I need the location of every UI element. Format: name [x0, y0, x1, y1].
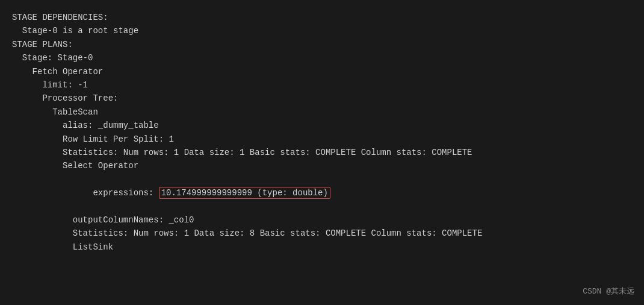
line-select-op: Select Operator: [12, 159, 632, 172]
watermark: CSDN @其未远: [583, 286, 634, 297]
line-fetch-op: Fetch Operator: [12, 65, 632, 78]
line-limit: limit: -1: [12, 78, 632, 92]
line-expressions: expressions: 10.174999999999999 (type: d…: [12, 173, 632, 213]
line-alias: alias: _dummy_table: [12, 119, 632, 132]
line-stage-deps: STAGE DEPENDENCIES:: [12, 11, 632, 24]
expressions-value-highlighted: 10.174999999999999 (type: double): [159, 187, 330, 199]
line-stage-plans: STAGE PLANS:: [12, 38, 632, 51]
line-tablescan: TableScan: [12, 105, 632, 119]
line-stage-0: Stage: Stage-0: [12, 51, 632, 64]
terminal-output: STAGE DEPENDENCIES: Stage-0 is a root st…: [0, 0, 644, 305]
line-processor-tree: Processor Tree:: [12, 92, 632, 105]
line-listsink: ListSink: [12, 241, 632, 254]
line-row-limit: Row Limit Per Split: 1: [12, 133, 632, 146]
line-stats1: Statistics: Num rows: 1 Data size: 1 Bas…: [12, 146, 632, 159]
line-stage-root: Stage-0 is a root stage: [12, 24, 632, 37]
expressions-label: expressions:: [33, 188, 159, 198]
line-stats2: Statistics: Num rows: 1 Data size: 8 Bas…: [12, 227, 632, 240]
line-output-cols: outputColumnNames: _col0: [12, 213, 632, 227]
